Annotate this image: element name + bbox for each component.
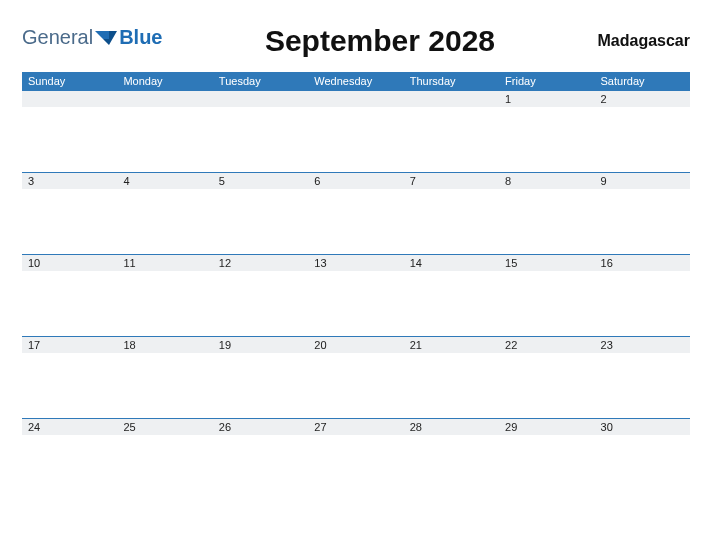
day-cell: 6 [308,172,403,254]
day-number: 9 [595,173,690,189]
day-number: 23 [595,337,690,353]
page-title: September 2028 [163,24,598,58]
day-cell: 10 [22,254,117,336]
day-number: 7 [404,173,499,189]
day-number: 30 [595,419,690,435]
day-cell: 20 [308,336,403,418]
day-cell: 11 [117,254,212,336]
day-cell: 13 [308,254,403,336]
day-cell: 5 [213,172,308,254]
day-cell: 30 [595,418,690,500]
weekday-header: Friday [499,72,594,90]
calendar-grid: Sunday Monday Tuesday Wednesday Thursday… [22,72,690,500]
day-number: 24 [22,419,117,435]
day-number: 4 [117,173,212,189]
day-number: 12 [213,255,308,271]
day-number [22,91,117,107]
day-cell: 15 [499,254,594,336]
day-number [404,91,499,107]
day-cell [22,90,117,172]
day-cell [404,90,499,172]
day-number: 18 [117,337,212,353]
day-cell: 16 [595,254,690,336]
logo-icon [95,29,117,47]
day-number [117,91,212,107]
day-number: 27 [308,419,403,435]
day-number: 10 [22,255,117,271]
day-number: 3 [22,173,117,189]
day-cell: 22 [499,336,594,418]
day-cell: 26 [213,418,308,500]
day-cell [117,90,212,172]
day-cell: 23 [595,336,690,418]
day-cell: 1 [499,90,594,172]
day-number [213,91,308,107]
weekday-header: Tuesday [213,72,308,90]
day-number: 5 [213,173,308,189]
day-cell [308,90,403,172]
day-number: 20 [308,337,403,353]
week-row: 3 4 5 6 7 8 9 [22,172,690,254]
weekday-header: Thursday [404,72,499,90]
region-label: Madagascar [598,32,691,50]
day-number: 6 [308,173,403,189]
day-number: 22 [499,337,594,353]
brand-logo: General Blue [22,26,163,49]
day-cell: 29 [499,418,594,500]
day-cell [213,90,308,172]
day-number [308,91,403,107]
weekday-header: Wednesday [308,72,403,90]
day-cell: 12 [213,254,308,336]
day-cell: 24 [22,418,117,500]
day-cell: 19 [213,336,308,418]
day-number: 14 [404,255,499,271]
day-cell: 2 [595,90,690,172]
week-row: 1 2 [22,90,690,172]
day-number: 13 [308,255,403,271]
day-number: 28 [404,419,499,435]
weekday-header: Monday [117,72,212,90]
brand-text-1: General [22,26,93,49]
day-number: 1 [499,91,594,107]
day-cell: 3 [22,172,117,254]
day-number: 15 [499,255,594,271]
week-row: 10 11 12 13 14 15 16 [22,254,690,336]
weekday-header-row: Sunday Monday Tuesday Wednesday Thursday… [22,72,690,90]
day-number: 26 [213,419,308,435]
week-row: 17 18 19 20 21 22 23 [22,336,690,418]
weekday-header: Sunday [22,72,117,90]
day-cell: 9 [595,172,690,254]
brand-text-2: Blue [119,26,162,49]
day-cell: 27 [308,418,403,500]
header: General Blue September 2028 Madagascar [22,18,690,58]
day-cell: 14 [404,254,499,336]
day-cell: 17 [22,336,117,418]
day-cell: 28 [404,418,499,500]
day-number: 19 [213,337,308,353]
day-number: 17 [22,337,117,353]
day-number: 16 [595,255,690,271]
day-number: 8 [499,173,594,189]
day-cell: 21 [404,336,499,418]
week-row: 24 25 26 27 28 29 30 [22,418,690,500]
day-cell: 7 [404,172,499,254]
day-number: 2 [595,91,690,107]
day-number: 11 [117,255,212,271]
day-number: 29 [499,419,594,435]
day-cell: 25 [117,418,212,500]
day-number: 21 [404,337,499,353]
weekday-header: Saturday [595,72,690,90]
day-cell: 4 [117,172,212,254]
day-cell: 18 [117,336,212,418]
day-cell: 8 [499,172,594,254]
day-number: 25 [117,419,212,435]
